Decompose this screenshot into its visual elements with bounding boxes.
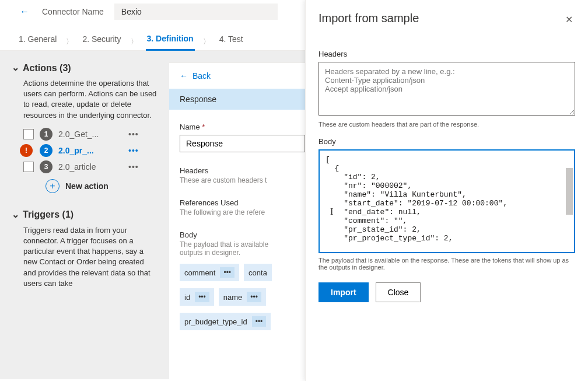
tab-general[interactable]: 1. General [18,30,58,50]
connector-name-input[interactable] [114,4,278,20]
token-more-icon[interactable]: ••• [220,267,235,278]
checkbox[interactable] [23,129,34,139]
body-token[interactable]: name••• [219,288,266,306]
body-token[interactable]: id••• [180,288,214,306]
body-token[interactable]: comment••• [180,264,239,281]
left-sidebar: ⌄ Actions (3) Actions determine the oper… [0,51,163,379]
chevron-down-icon: ⌄ [12,209,19,220]
action-name: 2.0_pr_... [58,146,123,155]
action-name: 2.0_article [58,162,123,172]
checkbox[interactable] [23,162,34,172]
action-item-1[interactable]: 1 2.0_Get_... ••• [23,128,158,141]
headers-label: Headers [318,50,575,58]
action-name: 2.0_Get_... [58,130,123,139]
triggers-section-header[interactable]: ⌄ Triggers (1) [12,209,158,221]
more-icon[interactable]: ••• [128,130,139,139]
back-arrow-icon[interactable]: ← [18,4,32,19]
action-number-badge: 1 [40,128,52,141]
warning-icon: ! [20,144,33,157]
back-arrow-icon: ← [180,71,188,81]
actions-section-header[interactable]: ⌄ Actions (3) [12,62,158,74]
triggers-description: Triggers read data in from your connecto… [23,225,158,289]
back-label: Back [192,71,211,81]
headers-textarea[interactable] [318,62,575,116]
plus-icon: + [46,179,60,193]
close-button[interactable]: Close [376,282,421,302]
name-field-input[interactable] [180,135,305,152]
body-token[interactable]: pr_budget_type_id••• [180,313,271,330]
new-action-label: New action [65,181,108,191]
tab-test[interactable]: 4. Test [218,30,244,50]
body-label: Body [318,137,575,146]
action-item-2[interactable]: ! 2 2.0_pr_... ••• [23,144,158,157]
tab-security[interactable]: 2. Security [81,30,122,50]
close-icon[interactable]: ✕ [563,12,575,27]
chevron-right-icon: 〉 [66,33,73,47]
body-textarea[interactable] [320,151,574,252]
more-icon[interactable]: ••• [128,146,139,155]
panel-title: Import from sample [318,12,419,25]
import-from-sample-panel: Import from sample ✕ Headers These are c… [305,0,588,381]
action-item-3[interactable]: 3 2.0_article ••• [23,160,158,173]
actions-description: Actions determine the operations that us… [23,78,158,121]
chevron-down-icon: ⌄ [12,62,19,73]
actions-section-title: Actions (3) [23,63,71,74]
body-help: The payload that is available on the res… [318,257,575,271]
action-number-badge: 2 [40,144,52,157]
connector-name-label: Connector Name [42,7,104,16]
action-number-badge: 3 [40,160,52,173]
headers-help: These are custom headers that are part o… [318,121,575,128]
body-token[interactable]: conta [244,264,272,281]
chevron-right-icon: 〉 [203,33,210,47]
chevron-right-icon: 〉 [131,33,138,47]
text-cursor-icon: I [330,207,333,217]
new-action-button[interactable]: + New action [46,179,158,193]
token-more-icon[interactable]: ••• [247,292,261,302]
more-icon[interactable]: ••• [128,162,139,172]
token-more-icon[interactable]: ••• [252,316,267,327]
import-button[interactable]: Import [318,282,369,302]
triggers-section-title: Triggers (1) [23,209,74,220]
scrollbar-thumb[interactable] [566,168,573,215]
subtab-response[interactable]: Response [169,89,227,110]
token-more-icon[interactable]: ••• [195,292,209,302]
tab-definition[interactable]: 3. Definition [146,29,195,51]
